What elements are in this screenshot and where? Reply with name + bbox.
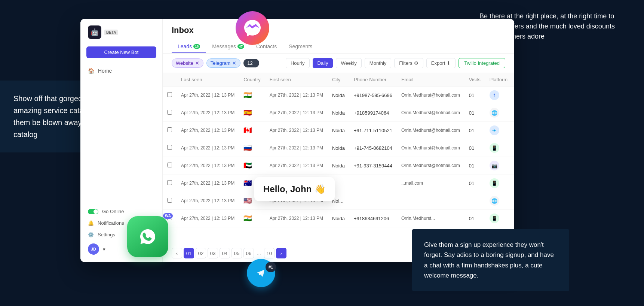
row-city: Noida xyxy=(328,139,349,157)
page-05-button[interactable]: 05 xyxy=(231,248,242,258)
platform-icon: 📷 xyxy=(490,161,499,170)
row-phone xyxy=(349,192,397,210)
row-visits: 01 xyxy=(464,139,485,157)
home-icon: 🏠 xyxy=(88,68,94,74)
row-platform: f xyxy=(485,87,512,104)
platform-icon: 📱 xyxy=(490,213,499,223)
row-city: Noida xyxy=(328,87,349,104)
col-city: City xyxy=(328,73,349,87)
table-row: Apr 27th, 2022 | 12: 13 PM 🇨🇦 Apr 27th, … xyxy=(163,122,514,139)
row-platform: ✈ xyxy=(485,122,512,139)
bottom-right-card-text: Give them a sign up experience they won'… xyxy=(424,241,554,279)
row-checkbox[interactable] xyxy=(167,145,172,150)
page-02-button[interactable]: 02 xyxy=(196,248,206,258)
row-last-seen: Apr 27th, 2022 | 12: 13 PM xyxy=(177,139,239,157)
row-checkbox-cell[interactable] xyxy=(163,175,177,192)
row-checkbox[interactable] xyxy=(167,127,172,132)
page-01-button[interactable]: 01 xyxy=(184,248,194,258)
inbox-title: Inbox xyxy=(172,25,505,35)
whatsapp-icon xyxy=(137,225,159,248)
row-action[interactable]: 📞 xyxy=(512,139,514,157)
hashtag-badge: #1 xyxy=(266,262,276,272)
table-row: Apr 27th, 2022 | 12: 13 PM 🇮🇳 Apr 27th, … xyxy=(163,210,514,227)
export-button[interactable]: Export ⬇ xyxy=(426,58,456,68)
row-checkbox-cell[interactable] xyxy=(163,87,177,104)
leads-table: Last seen Country First seen City Phone … xyxy=(163,73,514,244)
page-10-button[interactable]: 10 xyxy=(264,248,275,258)
row-country: 🇦🇪 xyxy=(239,157,265,175)
row-action[interactable]: 📞 xyxy=(512,192,514,210)
row-action[interactable]: 📞 xyxy=(512,175,514,192)
filters-button[interactable]: Filters ⚙ xyxy=(394,58,423,68)
platform-icon: 📱 xyxy=(490,178,499,188)
row-city: Noida xyxy=(328,157,349,175)
row-phone: +91-711-5110521 xyxy=(349,122,397,139)
prev-page-button[interactable]: ‹ xyxy=(172,248,182,258)
row-country: 🇪🇸 xyxy=(239,104,265,122)
filter-icon: ⚙ xyxy=(414,60,418,66)
whatsapp-bubble: WA xyxy=(127,216,172,261)
row-country: 🇨🇦 xyxy=(239,122,265,139)
row-action[interactable]: 📞 xyxy=(512,157,514,175)
page-06-button[interactable]: 06 xyxy=(243,248,254,258)
row-action[interactable]: 📞 xyxy=(512,87,514,104)
row-city: Noida xyxy=(328,104,349,122)
row-first-seen: Apr 27th, 2022 | 12: 13 PM xyxy=(265,139,328,157)
row-last-seen: Apr 27th, 2022 | 12: 13 PM xyxy=(177,104,239,122)
filter-telegram[interactable]: Telegram ✕ xyxy=(206,58,240,68)
row-phone: +91987-595-6696 xyxy=(349,87,397,104)
row-last-seen: Apr 27th, 2022 | 12: 13 PM xyxy=(177,122,239,139)
row-last-seen: Apr 27th, 2022 | 12: 13 PM xyxy=(177,175,239,192)
row-visits: 01 xyxy=(464,104,485,122)
telegram-chip-close[interactable]: ✕ xyxy=(232,60,236,66)
page-03-button[interactable]: 03 xyxy=(208,248,218,258)
row-checkbox[interactable] xyxy=(167,180,172,185)
row-last-seen: Apr 27th, 2022 | 12: 13 PM xyxy=(177,87,239,104)
row-action[interactable]: 📞 xyxy=(512,104,514,122)
row-visits: 01 xyxy=(464,210,485,227)
row-phone: +91-745-0682104 xyxy=(349,139,397,157)
go-online-label: Go Online xyxy=(102,209,124,214)
row-checkbox-cell[interactable] xyxy=(163,192,177,210)
row-visits: 01 xyxy=(464,87,485,104)
website-chip-close[interactable]: ✕ xyxy=(195,60,199,66)
row-checkbox-cell[interactable] xyxy=(163,139,177,157)
daily-button[interactable]: Daily xyxy=(313,58,333,68)
row-checkbox[interactable] xyxy=(167,92,172,97)
go-online-toggle[interactable] xyxy=(88,209,98,214)
next-page-button[interactable]: › xyxy=(276,248,286,258)
sidebar-item-home[interactable]: 🏠 Home xyxy=(80,64,162,78)
go-online-item[interactable]: Go Online xyxy=(80,206,162,217)
row-checkbox-cell[interactable] xyxy=(163,122,177,139)
col-platform: Platform xyxy=(485,73,512,87)
row-action[interactable]: 📞 xyxy=(512,122,514,139)
twilio-button[interactable]: Twilio Integrated xyxy=(459,58,505,68)
filter-count[interactable]: 12+ xyxy=(243,59,259,67)
row-country: 🇮🇳 xyxy=(239,87,265,104)
row-first-seen: Apr 27th, 2022 | 12: 13 PM xyxy=(265,87,328,104)
page-04-button[interactable]: 04 xyxy=(220,248,230,258)
table-body: Apr 27th, 2022 | 12: 13 PM 🇮🇳 Apr 27th, … xyxy=(163,87,514,227)
row-checkbox-cell[interactable] xyxy=(163,157,177,175)
filters-row: Website ✕ Telegram ✕ 12+ Hourly Daily We… xyxy=(163,54,514,73)
platform-icon: 🌐 xyxy=(490,196,499,206)
row-action[interactable]: 📞 xyxy=(512,210,514,227)
hello-text: Hello, John xyxy=(263,184,312,194)
monthly-button[interactable]: Monthly xyxy=(365,58,392,68)
page-dots: ... xyxy=(255,251,263,256)
row-checkbox[interactable] xyxy=(167,110,172,115)
platform-icon: ✈ xyxy=(490,125,499,135)
row-checkbox[interactable] xyxy=(167,198,172,203)
filters-label: Filters xyxy=(399,60,412,66)
row-country: 🇷🇺 xyxy=(239,139,265,157)
row-platform: 🌐 xyxy=(485,104,512,122)
create-bot-button[interactable]: Create New Bot xyxy=(86,46,156,58)
sidebar-home-label: Home xyxy=(98,68,112,74)
filter-website[interactable]: Website ✕ xyxy=(172,58,203,68)
hourly-button[interactable]: Hourly xyxy=(286,58,310,68)
row-checkbox[interactable] xyxy=(167,163,172,167)
tab-segments[interactable]: Segments xyxy=(283,40,318,53)
row-checkbox-cell[interactable] xyxy=(163,104,177,122)
weekly-button[interactable]: Weekly xyxy=(336,58,361,68)
tab-leads[interactable]: Leads 16 xyxy=(172,40,206,53)
